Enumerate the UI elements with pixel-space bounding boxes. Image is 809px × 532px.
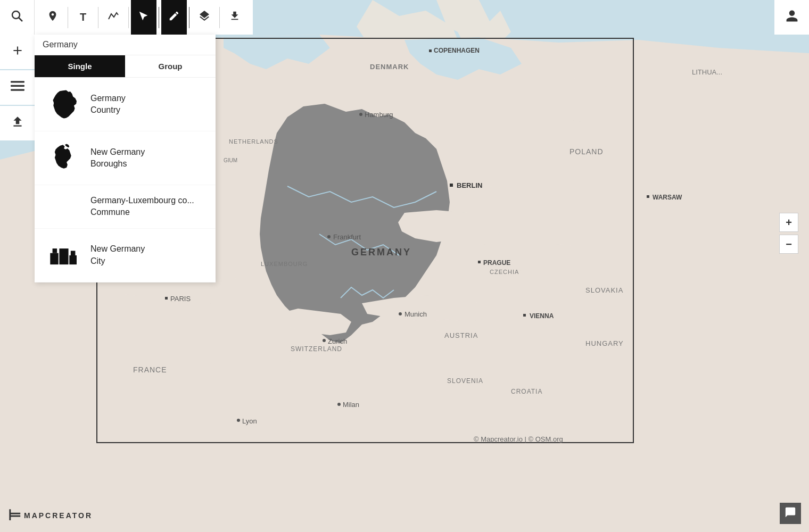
toolbar: T [0,0,809,35]
polyline-icon [107,10,120,25]
upload-icon [11,115,24,132]
polyline-tool[interactable] [101,0,126,35]
svg-point-34 [337,403,341,406]
svg-text:POLAND: POLAND [569,147,604,156]
svg-text:DENMARK: DENMARK [370,63,409,71]
single-tab[interactable]: Single [35,55,125,77]
svg-text:COPENHAGEN: COPENHAGEN [434,47,480,54]
list-item[interactable]: New Germany City [35,229,216,282]
bottom-right-area [780,503,801,524]
dropdown-items-list: Germany Country New Germany Boroughs Ger… [35,78,216,282]
svg-text:SLOVENIA: SLOVENIA [447,377,483,385]
toolbar-tools: T [35,0,253,35]
germany-country-text: Germany Country [90,93,126,117]
boroughs-name: New Germany [90,146,145,158]
search-icon [11,10,23,26]
menu-button[interactable] [0,70,35,105]
germany-city-icon [45,237,82,274]
svg-text:CROATIA: CROATIA [511,388,542,395]
add-layer-button[interactable] [0,35,35,69]
list-item[interactable]: Germany Country [35,78,216,131]
logo-text: MAPCREATOR [24,511,93,520]
svg-text:HUNGARY: HUNGARY [585,339,624,347]
svg-text:BERLIN: BERLIN [457,181,482,189]
dropdown-panel: Germany Single Group Germany Country [35,35,216,282]
svg-point-4 [359,113,362,116]
svg-text:Lyon: Lyon [242,417,257,425]
svg-rect-50 [53,248,57,253]
germany-country-name: Germany [90,93,126,104]
location-pin-icon [47,10,59,24]
svg-text:PARIS: PARIS [170,295,191,303]
search-button[interactable] [0,0,35,35]
svg-text:Frankfurt: Frankfurt [333,233,361,241]
svg-text:NETHERLANDS: NETHERLANDS [229,138,278,145]
svg-text:AUSTRIA: AUSTRIA [444,331,478,339]
hamburger-icon [11,81,24,95]
svg-text:LITHUA...: LITHUA... [692,68,722,76]
svg-point-42 [12,11,20,19]
svg-rect-51 [71,251,76,255]
svg-text:SLOVAKIA: SLOVAKIA [585,286,623,294]
dropdown-tabs: Single Group [35,55,216,78]
germany-city-text: New Germany City [90,243,145,267]
zoom-controls: + − [779,213,798,254]
sidebar [0,35,35,142]
edit-tool[interactable] [161,0,187,35]
svg-line-43 [19,18,22,21]
svg-rect-28 [165,297,168,300]
layer-search-input[interactable]: Germany [43,40,208,49]
svg-text:FRANCE: FRANCE [133,365,167,374]
location-pin-tool[interactable] [40,0,65,35]
svg-rect-47 [50,253,58,264]
svg-text:Hamburg: Hamburg [365,111,393,119]
svg-rect-49 [69,255,77,264]
list-item[interactable]: Germany-Luxembourg co... Commune [35,185,216,229]
zoom-in-button[interactable]: + [779,213,798,232]
edit-icon [168,10,180,24]
city-subname: City [90,255,145,267]
select-tool[interactable] [131,0,156,35]
svg-rect-48 [59,248,68,264]
svg-rect-6 [450,184,453,187]
svg-rect-11 [647,195,649,198]
layers-icon [198,10,211,25]
text-tool[interactable]: T [70,0,96,35]
germany-boroughs-text: New Germany Boroughs [90,146,145,170]
svg-rect-13 [478,261,481,263]
svg-rect-45 [11,85,24,86]
svg-text:Milan: Milan [343,401,359,409]
export-tool[interactable] [222,0,247,35]
svg-text:Munich: Munich [404,310,427,318]
zoom-out-button[interactable]: − [779,235,798,254]
svg-rect-46 [11,89,24,90]
svg-rect-2 [429,49,432,52]
svg-text:PRAGUE: PRAGUE [483,259,510,267]
svg-text:VIENNA: VIENNA [530,312,554,320]
layers-tool[interactable] [192,0,217,35]
svg-point-18 [399,312,402,315]
luxembourg-commune-name: Germany-Luxembourg co... [90,195,205,206]
svg-text:SWITZERLAND: SWITZERLAND [291,345,342,353]
svg-text:WARSAW: WARSAW [653,194,682,201]
select-icon [138,10,150,24]
logo-icon: ⊨ [8,506,20,524]
group-tab[interactable]: Group [125,55,216,77]
svg-rect-20 [523,314,526,317]
text-icon: T [80,11,86,23]
germany-country-subname: Country [90,104,126,116]
boroughs-subname: Boroughs [90,158,145,170]
luxembourg-commune-subname: Commune [90,206,205,218]
list-item[interactable]: New Germany Boroughs [35,131,216,185]
svg-point-16 [327,235,331,238]
svg-rect-44 [11,81,24,82]
user-icon [785,9,799,26]
dropdown-search-area: Germany [35,35,216,55]
svg-point-24 [323,339,326,342]
svg-text:CZECHIA: CZECHIA [490,269,519,275]
user-account-button[interactable] [774,0,809,35]
germany-country-icon [45,86,82,123]
svg-text:GERMANY: GERMANY [351,247,411,257]
chat-button[interactable] [780,503,801,524]
upload-button[interactable] [0,106,35,140]
